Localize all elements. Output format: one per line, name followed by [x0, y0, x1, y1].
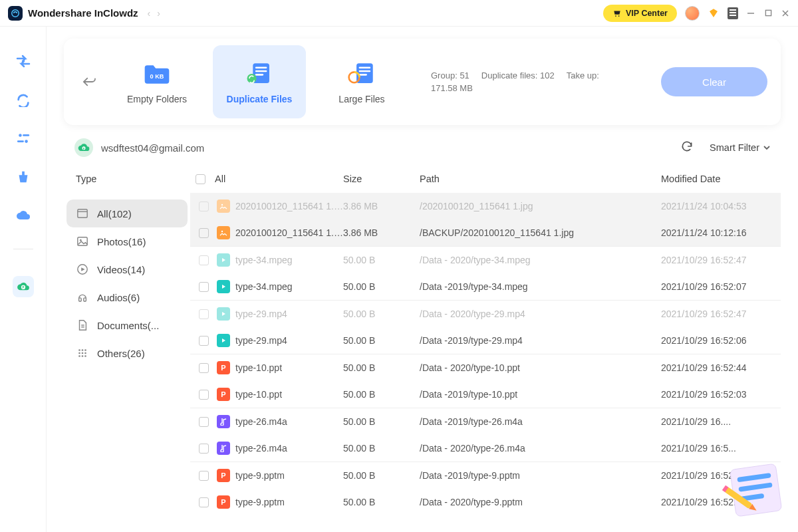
cloud-account-button[interactable]: P [13, 276, 34, 297]
file-row[interactable]: type-26.m4a50.00 B/Data - 2020/type-26.m… [190, 435, 781, 462]
app-logo [8, 6, 23, 21]
file-size: 50.00 B [343, 389, 420, 400]
row-checkbox[interactable] [199, 363, 209, 373]
file-row[interactable]: Ptype-9.pptm50.00 B/Data - 2020/type-9.p… [190, 489, 781, 515]
svg-point-0 [12, 9, 19, 17]
select-all-checkbox[interactable] [196, 174, 205, 184]
row-checkbox[interactable] [199, 390, 209, 400]
cart-icon [612, 9, 622, 18]
svg-point-27 [84, 349, 86, 351]
file-size: 3.86 MB [343, 201, 420, 211]
row-checkbox[interactable] [199, 309, 209, 319]
svg-rect-5 [17, 140, 23, 142]
nav-forward-icon[interactable]: › [157, 8, 160, 19]
file-row[interactable]: Ptype-10.ppt50.00 B/Data - 2020/type-10.… [190, 354, 781, 381]
file-date: 2021/11/24 10:12:16 [661, 227, 781, 238]
file-row[interactable]: Ptype-10.ppt50.00 B/Data -2019/type-10.p… [190, 381, 781, 408]
nav-cloud-icon[interactable] [15, 207, 31, 223]
file-name-cell: type-26.m4a [217, 442, 343, 455]
row-checkbox[interactable] [199, 201, 209, 211]
column-headers: Type All Size Path Modified Date [64, 165, 781, 193]
clear-button[interactable]: Clear [661, 67, 767, 96]
smart-filter-dropdown[interactable]: Smart Filter [710, 142, 770, 153]
row-checkbox[interactable] [199, 471, 209, 481]
type-item-documents[interactable]: Documents(... [66, 311, 188, 339]
file-row[interactable]: type-26.m4a50.00 B/Data -2019/type-26.m4… [190, 408, 781, 435]
file-name-cell: Ptype-10.ppt [217, 361, 343, 374]
file-name-cell: Ptype-10.ppt [217, 388, 343, 401]
svg-point-4 [25, 140, 28, 143]
file-path: /Data -2019/type-34.mpeg [420, 281, 661, 292]
svg-rect-1 [765, 10, 771, 15]
row-checkbox[interactable] [199, 497, 209, 507]
file-name-cell: 2020100120_115641 1.j... [217, 226, 343, 239]
row-checkbox[interactable] [199, 255, 209, 265]
file-path: /Data - 2020/type-9.pptm [420, 497, 661, 507]
nav-migrate-icon[interactable] [15, 53, 31, 69]
type-item-photos[interactable]: Photos(16) [66, 227, 188, 255]
row-checkbox[interactable] [199, 282, 209, 292]
file-date: 2021/10/29 16:52:06 [661, 335, 781, 346]
folder-icon: 0 KB [142, 59, 172, 88]
file-row[interactable]: 2020100120_115641 1.j...3.86 MB/20201001… [190, 193, 781, 219]
type-sidebar: All(102)Photos(16)Videos(14)Audios(6)Doc… [64, 193, 190, 532]
takeup-label: Take up: [567, 69, 599, 82]
file-row[interactable]: type-29.mp450.00 B/Data -2019/type-29.mp… [190, 327, 781, 354]
file-path: /BACKUP/2020100120_115641 1.jpg [420, 227, 661, 238]
back-button[interactable] [77, 70, 101, 94]
feedback-icon[interactable] [728, 7, 738, 19]
mode-duplicate-files[interactable]: Duplicate Files [213, 45, 306, 118]
close-icon[interactable] [781, 9, 790, 18]
row-checkbox[interactable] [199, 417, 209, 427]
mode-empty-folders[interactable]: 0 KB Empty Folders [110, 45, 203, 118]
file-row[interactable]: Ptype-9.pptm50.00 B/Data -2019/type-9.pp… [190, 462, 781, 489]
avatar[interactable] [685, 6, 700, 21]
nav-sync-icon[interactable] [15, 92, 31, 108]
row-checkbox[interactable] [199, 336, 209, 346]
file-row[interactable]: type-29.mp450.00 B/Data - 2020/type-29.m… [190, 301, 781, 327]
maximize-icon[interactable] [763, 9, 773, 18]
image-file-icon [217, 200, 230, 213]
file-list[interactable]: 2020100120_115641 1.j...3.86 MB/20201001… [190, 193, 781, 532]
nav-back-icon[interactable]: ‹ [148, 8, 151, 19]
nav-settings-icon[interactable] [15, 130, 31, 146]
file-size: 50.00 B [343, 309, 420, 319]
row-checkbox[interactable] [199, 444, 209, 454]
left-nav: P [0, 27, 47, 532]
type-item-all[interactable]: All(102) [66, 200, 188, 227]
file-size: 50.00 B [343, 362, 420, 373]
file-date: 2021/10/29 16:52:44 [661, 497, 781, 507]
row-checkbox[interactable] [199, 228, 209, 238]
all-icon [76, 207, 89, 220]
file-row[interactable]: 2020100120_115641 1.j...3.86 MB/BACKUP/2… [190, 219, 781, 246]
file-row[interactable]: type-34.mpeg50.00 B/Data -2019/type-34.m… [190, 273, 781, 300]
type-item-audios[interactable]: Audios(6) [66, 283, 188, 311]
svg-rect-36 [219, 229, 227, 237]
file-path: /Data - 2020/type-34.mpeg [420, 255, 661, 265]
main-content: 0 KB Empty Folders Duplicate Files Large… [47, 27, 798, 532]
file-name-cell: type-34.mpeg [217, 280, 343, 293]
file-size: 50.00 B [343, 497, 420, 507]
svg-text:P: P [22, 286, 24, 289]
large-files-icon [347, 59, 376, 88]
vip-center-button[interactable]: VIP Center [603, 5, 677, 22]
cloud-provider-icon: P [74, 138, 93, 157]
file-row[interactable]: type-34.mpeg50.00 B/Data - 2020/type-34.… [190, 247, 781, 273]
svg-point-26 [82, 349, 84, 351]
nav-clean-icon[interactable] [15, 169, 31, 185]
file-path: /Data - 2020/type-29.mp4 [420, 309, 661, 319]
svg-point-31 [78, 355, 80, 357]
file-size: 50.00 B [343, 416, 420, 427]
file-size: 50.00 B [343, 281, 420, 292]
col-type: Type [64, 174, 190, 184]
smart-filter-label: Smart Filter [710, 142, 759, 153]
type-item-videos[interactable]: Videos(14) [66, 255, 188, 283]
minimize-icon[interactable] [746, 9, 755, 18]
type-item-others[interactable]: Others(26) [66, 339, 188, 367]
mode-large-files[interactable]: Large Files [315, 45, 408, 118]
refresh-button[interactable] [680, 140, 694, 156]
others-icon [76, 346, 89, 360]
file-size: 50.00 B [343, 255, 420, 265]
diamond-icon[interactable] [708, 7, 720, 19]
svg-rect-17 [359, 74, 367, 76]
